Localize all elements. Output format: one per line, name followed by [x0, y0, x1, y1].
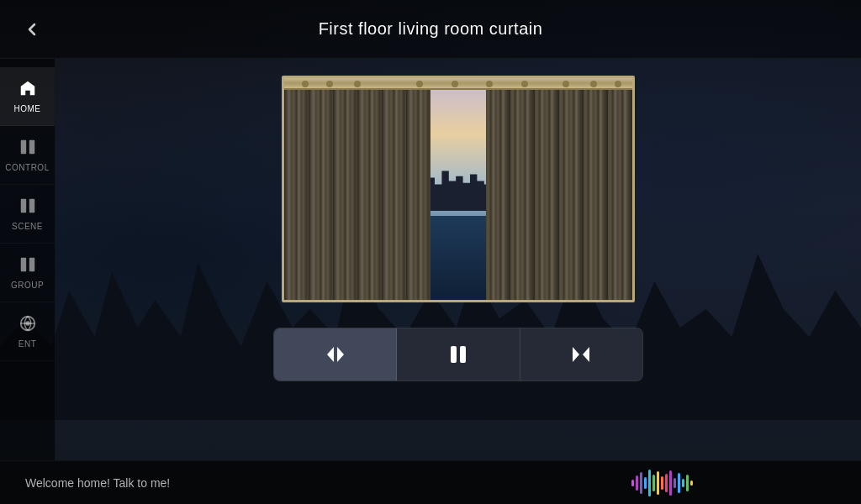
sidebar-item-control[interactable]: CONTROL: [0, 126, 55, 185]
svg-rect-11: [451, 346, 457, 363]
control-icon: [18, 138, 37, 159]
curtain-left: [284, 78, 430, 300]
curtain-panels: [284, 78, 632, 300]
svg-marker-13: [573, 347, 579, 362]
svg-marker-10: [337, 347, 344, 362]
voice-wave: [631, 470, 693, 496]
sidebar: HOME CONTROL SCENE: [0, 59, 55, 460]
sidebar-item-group[interactable]: GROUP: [0, 244, 55, 302]
svg-rect-3: [29, 199, 34, 213]
svg-rect-0: [20, 140, 25, 155]
close-curtain-button[interactable]: [520, 328, 642, 381]
footer: Welcome home! Talk to me!: [0, 460, 861, 504]
curtain-right: [486, 78, 632, 300]
svg-rect-2: [20, 199, 25, 213]
curtain-rail: [284, 78, 632, 90]
svg-marker-14: [583, 347, 589, 362]
svg-rect-4: [20, 258, 25, 272]
scene-icon: [18, 197, 37, 218]
sidebar-label-group: GROUP: [11, 281, 44, 290]
pause-curtain-button[interactable]: [397, 328, 520, 381]
sidebar-item-ent[interactable]: ENT: [0, 302, 55, 361]
svg-rect-5: [29, 258, 34, 272]
open-curtain-button[interactable]: [274, 328, 397, 381]
svg-rect-1: [29, 140, 34, 155]
home-icon: [18, 79, 37, 100]
sidebar-label-home: HOME: [14, 104, 41, 113]
sidebar-label-scene: SCENE: [12, 222, 43, 231]
voice-prompt-text: Welcome home! Talk to me!: [25, 476, 170, 490]
ent-icon: [18, 314, 37, 335]
page-title: First floor living room curtain: [47, 19, 814, 39]
sidebar-item-home[interactable]: HOME: [0, 67, 55, 126]
sidebar-item-scene[interactable]: SCENE: [0, 185, 55, 244]
content-area: [55, 59, 861, 460]
sidebar-label-ent: ENT: [18, 339, 37, 349]
sidebar-label-control: CONTROL: [5, 163, 49, 172]
back-button[interactable]: [17, 14, 47, 45]
curtain-visualization: [282, 76, 635, 302]
group-icon: [18, 255, 37, 276]
curtain-controls: [273, 328, 643, 381]
header: First floor living room curtain: [0, 0, 861, 59]
main-layout: HOME CONTROL SCENE: [0, 59, 861, 460]
svg-rect-12: [460, 346, 466, 363]
svg-marker-9: [327, 347, 334, 362]
